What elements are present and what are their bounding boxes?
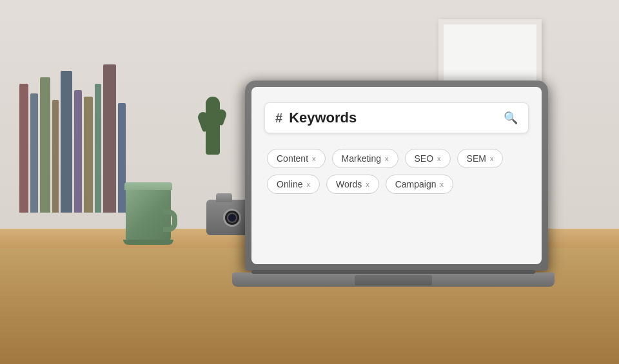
laptop-hinge — [251, 270, 535, 274]
tag-sem[interactable]: SEM x — [457, 149, 504, 168]
hash-icon: # — [275, 111, 282, 126]
tag-words[interactable]: Words x — [326, 175, 379, 194]
mug-base — [123, 240, 173, 245]
tag-words-close[interactable]: x — [366, 180, 369, 188]
cactus-body — [206, 97, 220, 155]
search-icon[interactable]: 🔍 — [504, 111, 518, 125]
tag-campaign-label: Campaign — [395, 179, 437, 189]
tag-content[interactable]: Content x — [267, 149, 326, 168]
tag-online-label: Online — [277, 179, 302, 189]
tags-area: Content x Marketing x SEO x SEM — [264, 149, 529, 194]
tag-campaign[interactable]: Campaign x — [386, 175, 453, 194]
book-7 — [84, 97, 93, 213]
tag-marketing-label: Marketing — [342, 153, 381, 164]
tag-seo[interactable]: SEO x — [405, 149, 451, 168]
tag-sem-label: SEM — [467, 153, 486, 164]
camera-viewfinder — [216, 193, 232, 202]
search-bar[interactable]: # Keywords 🔍 — [264, 102, 529, 133]
tag-content-label: Content — [277, 153, 308, 164]
tag-marketing-close[interactable]: x — [385, 155, 389, 162]
mug — [119, 174, 177, 245]
tag-online-close[interactable]: x — [306, 180, 310, 188]
book-4 — [52, 100, 59, 213]
book-3 — [40, 77, 50, 213]
book-8 — [95, 84, 101, 213]
laptop-base — [232, 273, 555, 287]
book-2 — [30, 93, 38, 213]
laptop-lid: # Keywords 🔍 Content x Marketing x — [245, 81, 548, 271]
tag-content-close[interactable]: x — [312, 155, 316, 162]
tag-marketing[interactable]: Marketing x — [332, 149, 398, 168]
laptop-trackpad[interactable] — [355, 275, 432, 285]
tag-seo-close[interactable]: x — [437, 155, 441, 162]
mug-handle — [163, 209, 177, 232]
mug-rim — [124, 182, 172, 190]
book-1 — [19, 84, 28, 213]
search-input[interactable]: Keywords — [289, 110, 504, 126]
tag-campaign-close[interactable]: x — [440, 180, 444, 188]
tag-sem-close[interactable]: x — [490, 155, 494, 162]
cactus — [200, 77, 226, 155]
tag-seo-label: SEO — [415, 153, 434, 164]
tag-online[interactable]: Online x — [267, 175, 320, 194]
book-9 — [103, 64, 116, 213]
book-6 — [74, 90, 82, 213]
scene: # Keywords 🔍 Content x Marketing x — [0, 0, 619, 364]
screen-content: # Keywords 🔍 Content x Marketing x — [251, 87, 542, 264]
laptop-screen: # Keywords 🔍 Content x Marketing x — [251, 87, 542, 264]
laptop: # Keywords 🔍 Content x Marketing x — [232, 81, 555, 287]
book-5 — [61, 71, 72, 213]
tag-words-label: Words — [336, 179, 362, 189]
